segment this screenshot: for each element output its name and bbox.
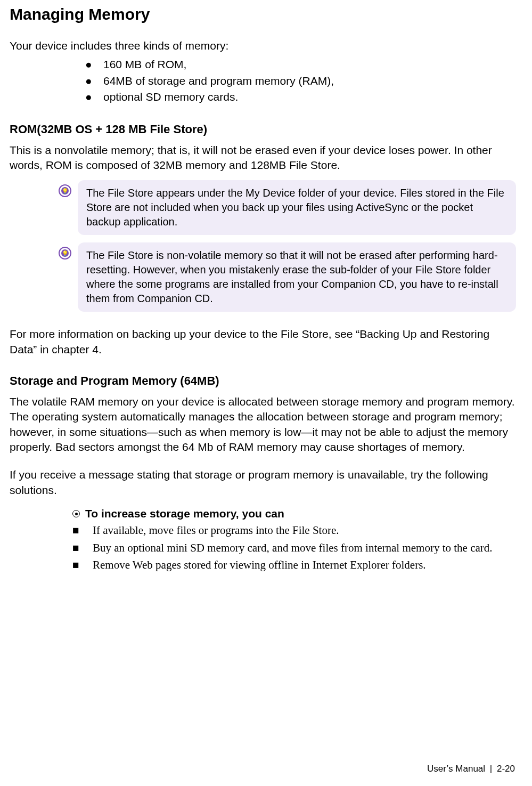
footer-separator: |	[490, 764, 492, 774]
square-bullet-icon: ■	[72, 522, 93, 538]
list-item: ● optional SD memory cards.	[85, 89, 516, 105]
list-item-label: 64MB of storage and program memory (RAM)…	[103, 73, 334, 89]
note-block: 💡 The File Store is non-volatile memory …	[59, 242, 516, 312]
list-item-label: Remove Web pages stored for viewing offl…	[93, 557, 426, 573]
list-item: ■ Remove Web pages stored for viewing of…	[72, 557, 516, 573]
list-item-label: Buy an optional mini SD memory card, and…	[93, 540, 493, 556]
rom-paragraph: This is a nonvolatile memory; that is, i…	[10, 143, 516, 173]
square-bullet-icon: ■	[72, 540, 93, 556]
intro-text: Your device includes three kinds of memo…	[10, 38, 516, 53]
bullet-icon: ●	[85, 56, 103, 72]
rom-heading: ROM(32MB OS + 128 MB File Store)	[10, 123, 516, 136]
list-item-label: If available, move files or programs int…	[93, 522, 339, 538]
footer-label: User’s Manual	[427, 764, 485, 774]
note-block: 💡 The File Store appears under the My De…	[59, 180, 516, 235]
note-text: The File Store is non-volatile memory so…	[78, 242, 516, 312]
note-text: The File Store appears under the My Devi…	[78, 180, 516, 235]
square-bullet-icon: ■	[72, 557, 93, 573]
radio-bullet-icon	[72, 510, 80, 517]
bullet-icon: ●	[85, 89, 103, 105]
list-item: ● 160 MB of ROM,	[85, 56, 516, 72]
lightbulb-icon: 💡	[59, 247, 71, 260]
list-item-label: 160 MB of ROM,	[103, 56, 186, 72]
bullet-icon: ●	[85, 73, 103, 89]
footer-page: 2-20	[497, 764, 515, 774]
list-item: ■ Buy an optional mini SD memory card, a…	[72, 540, 516, 556]
rom-after-paragraph: For more information on backing up your …	[10, 327, 516, 357]
storage-lead-label: To increase storage memory, you can	[85, 507, 284, 520]
storage-heading: Storage and Program Memory (64MB)	[10, 374, 516, 388]
page-title: Managing Memory	[10, 5, 516, 23]
page-footer: User’s Manual | 2-20	[427, 764, 515, 774]
lightbulb-icon: 💡	[59, 184, 71, 197]
storage-lead: To increase storage memory, you can	[72, 507, 516, 520]
storage-paragraph-1: The volatile RAM memory on your device i…	[10, 394, 516, 455]
list-item: ● 64MB of storage and program memory (RA…	[85, 73, 516, 89]
storage-paragraph-2: If you receive a message stating that st…	[10, 467, 516, 498]
list-item-label: optional SD memory cards.	[103, 89, 238, 105]
list-item: ■ If available, move files or programs i…	[72, 522, 516, 538]
